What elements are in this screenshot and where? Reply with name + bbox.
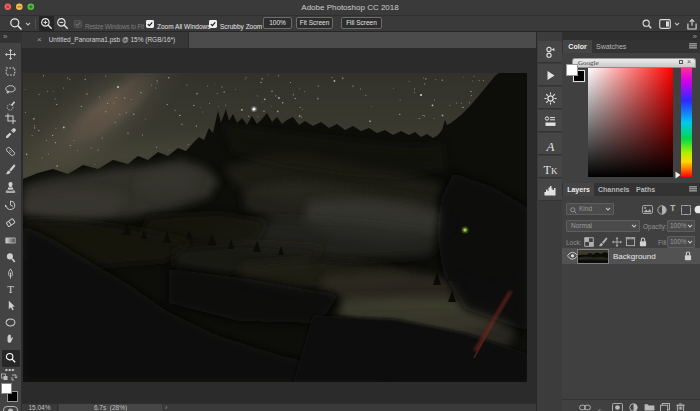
svg-text:T: T (7, 284, 14, 295)
